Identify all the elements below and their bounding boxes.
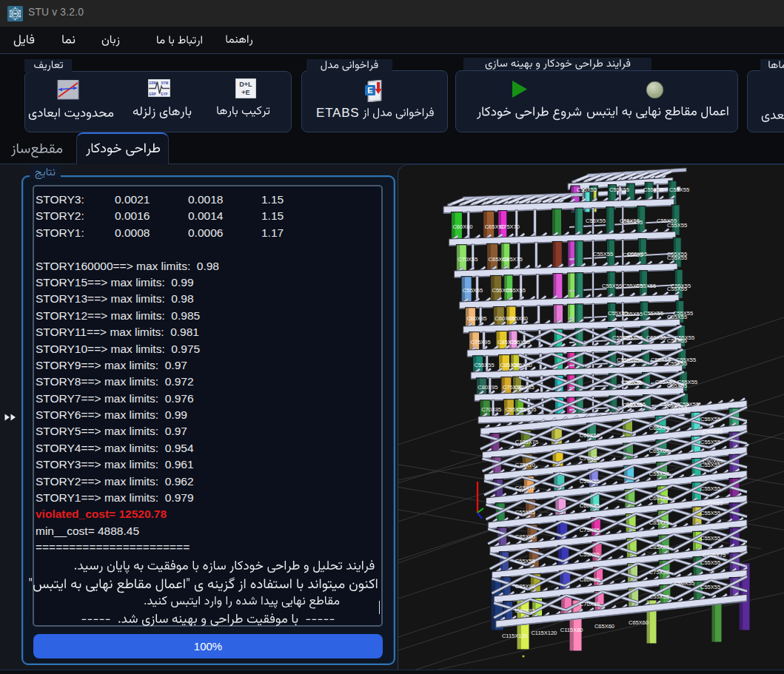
svg-text:C55X55: C55X55 xyxy=(700,485,720,492)
svg-text:C55X55: C55X55 xyxy=(612,334,632,341)
svg-text:C55X55: C55X55 xyxy=(475,362,495,368)
svg-text:C55X55: C55X55 xyxy=(593,251,613,257)
svg-text:D+L: D+L xyxy=(239,81,252,88)
svg-text:C55X55: C55X55 xyxy=(577,186,597,193)
svg-text:C55X55: C55X55 xyxy=(679,401,699,408)
svg-text:C65X60: C65X60 xyxy=(649,448,669,454)
svg-text:C85X80: C85X80 xyxy=(515,583,535,590)
svg-text:C55X55: C55X55 xyxy=(617,357,637,363)
svg-text:C55X55: C55X55 xyxy=(676,357,696,363)
svg-text:C70X85: C70X85 xyxy=(481,406,501,413)
svg-text:C55X55: C55X55 xyxy=(621,379,641,385)
svg-text:C55X55: C55X55 xyxy=(700,584,720,590)
svg-text:EYP: EYP xyxy=(161,92,168,96)
svg-text:+E: +E xyxy=(241,89,249,96)
svg-text:C55X55: C55X55 xyxy=(667,251,687,257)
svg-text:C95X65: C95X65 xyxy=(703,500,723,507)
svg-text:C55X55: C55X55 xyxy=(671,283,691,289)
svg-text:ERN: ERN xyxy=(150,81,157,85)
svg-text:C55X55: C55X55 xyxy=(580,478,600,485)
svg-text:ERP: ERP xyxy=(150,92,156,96)
svg-text:C85X85: C85X85 xyxy=(649,544,669,550)
svg-text:C55X55: C55X55 xyxy=(515,558,535,565)
svg-text:C115X120: C115X120 xyxy=(502,633,528,639)
svg-text:C55X55: C55X55 xyxy=(700,439,720,445)
svg-text:C60X85: C60X85 xyxy=(649,495,669,502)
svg-text:C55X55: C55X55 xyxy=(516,406,536,413)
svg-text:C60X60: C60X60 xyxy=(452,223,472,230)
svg-text:C85X80: C85X80 xyxy=(512,362,532,368)
svg-text:C60X85: C60X85 xyxy=(580,502,600,509)
svg-text:C55X55: C55X55 xyxy=(657,218,677,224)
svg-text:C55X55: C55X55 xyxy=(626,401,646,408)
svg-text:C65X90: C65X90 xyxy=(649,425,669,431)
svg-text:C55X55: C55X55 xyxy=(651,357,671,363)
svg-text:C55X55: C55X55 xyxy=(602,283,622,289)
svg-text:C115X80: C115X80 xyxy=(560,627,583,633)
svg-text:C75X95: C75X95 xyxy=(580,527,600,533)
svg-text:C55X55: C55X55 xyxy=(620,218,640,224)
svg-text:C55X55: C55X55 xyxy=(700,510,720,516)
svg-text:C85X80: C85X80 xyxy=(508,315,528,322)
svg-text:C55X55: C55X55 xyxy=(700,535,720,542)
svg-text:C55X55: C55X55 xyxy=(674,334,694,341)
svg-text:C55X55: C55X55 xyxy=(643,186,663,193)
svg-text:C85X80: C85X80 xyxy=(515,533,535,540)
svg-text:C55X55: C55X55 xyxy=(673,310,693,317)
svg-text:C55X55: C55X55 xyxy=(510,339,530,346)
svg-text:C55X55: C55X55 xyxy=(649,593,669,600)
svg-text:C55X55: C55X55 xyxy=(580,551,600,558)
svg-text:E: E xyxy=(367,86,372,95)
svg-text:C70X85: C70X85 xyxy=(580,601,600,607)
svg-text:C60X55: C60X55 xyxy=(674,580,694,587)
svg-text:C55X55: C55X55 xyxy=(669,186,689,193)
svg-text:C65X60: C65X60 xyxy=(594,623,614,630)
svg-text:C75X90: C75X90 xyxy=(649,569,669,576)
svg-text:C75X70: C75X70 xyxy=(515,462,535,468)
svg-text:C115X120: C115X120 xyxy=(531,630,557,636)
svg-text:C80X85: C80X85 xyxy=(515,384,535,391)
svg-text:C55X55: C55X55 xyxy=(608,310,628,317)
svg-text:C65X75: C65X75 xyxy=(515,485,535,491)
svg-text:C75X70: C75X70 xyxy=(500,223,520,230)
svg-text:C55X55: C55X55 xyxy=(515,509,535,516)
svg-text:C60X85: C60X85 xyxy=(466,315,486,322)
svg-text:C55X55: C55X55 xyxy=(636,283,656,289)
svg-text:C55X55: C55X55 xyxy=(506,287,526,294)
svg-text:C105X75: C105X75 xyxy=(703,552,726,559)
svg-text:C85X75: C85X75 xyxy=(649,519,669,526)
svg-text:C80X95: C80X95 xyxy=(478,384,497,391)
svg-text:C75X95: C75X95 xyxy=(471,339,491,346)
svg-text:C65X60: C65X60 xyxy=(629,619,649,626)
svg-text:C55X55: C55X55 xyxy=(463,287,483,294)
svg-text:C60X60: C60X60 xyxy=(580,432,600,439)
svg-text:C70X55: C70X55 xyxy=(580,455,600,462)
svg-text:C80X95: C80X95 xyxy=(580,576,600,583)
svg-text:C55X55: C55X55 xyxy=(655,379,675,385)
svg-text:C90X55: C90X55 xyxy=(703,428,723,435)
svg-text:C55X55: C55X55 xyxy=(700,559,720,566)
svg-text:C80X85: C80X85 xyxy=(515,607,535,614)
svg-text:C70X55: C70X55 xyxy=(458,256,478,263)
svg-text:C55X55: C55X55 xyxy=(700,416,720,422)
svg-text:C105X75: C105X75 xyxy=(515,439,538,445)
svg-text:C55X55: C55X55 xyxy=(660,401,680,408)
svg-text:C55X55: C55X55 xyxy=(609,186,629,193)
svg-text:SYM: SYM xyxy=(161,81,169,85)
svg-text:C55X55: C55X55 xyxy=(677,379,697,385)
svg-text:C55X55: C55X55 xyxy=(646,334,666,341)
svg-text:C90X65: C90X65 xyxy=(703,458,723,465)
svg-text:C55X55: C55X55 xyxy=(643,310,663,317)
svg-text:C65X75: C65X75 xyxy=(503,256,523,263)
svg-text:C55X55: C55X55 xyxy=(649,471,669,477)
svg-text:C55X55: C55X55 xyxy=(586,218,606,224)
svg-text:C55X55: C55X55 xyxy=(627,251,647,257)
